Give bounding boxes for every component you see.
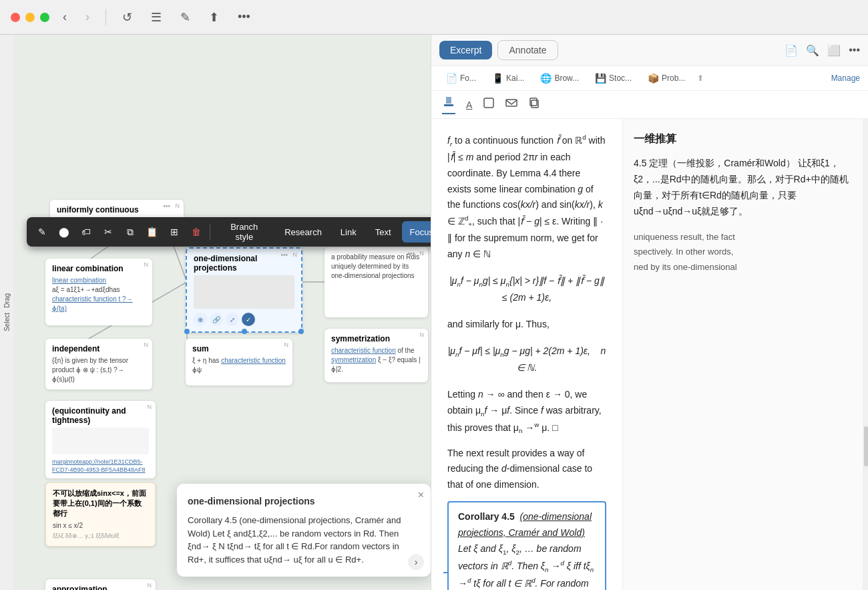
- equation-1: |μnf − μng| ≤ μn{|x| > r}‖f − f̄‖ + ‖f̄ …: [447, 273, 606, 306]
- node-title: approximation: [52, 585, 149, 590]
- sidebar-select[interactable]: Select: [3, 313, 11, 331]
- node-link-2[interactable]: characteristic function t ?→ ϕ(ta): [52, 295, 133, 312]
- mail-icon-btn[interactable]: [505, 97, 517, 112]
- more-button[interactable]: •••: [232, 7, 256, 27]
- branch-style-button[interactable]: Branch style: [214, 221, 274, 243]
- source-tab-brow-label: Brow...: [554, 73, 579, 83]
- more-icon-btn[interactable]: •••: [849, 44, 860, 56]
- left-sidebar: Drag Select: [0, 35, 13, 590]
- translation-content: 4.5 定理（一维投影，Cramér和Wold） 让ξ和ξ1，ξ2，...是Rd…: [634, 156, 852, 219]
- text-button[interactable]: Text: [367, 221, 399, 243]
- forward-button[interactable]: ›: [80, 7, 95, 27]
- cut-icon-btn[interactable]: ✂: [98, 221, 118, 243]
- node-corner: N: [420, 331, 425, 338]
- underline-icon-btn[interactable]: A: [466, 98, 472, 112]
- titlebar: ‹ › ↺ ☰ ✎ ⬆ •••: [0, 0, 868, 35]
- note-popup-expand[interactable]: ›: [408, 554, 424, 570]
- sidebar-drag[interactable]: Drag: [3, 293, 11, 308]
- source-tab-stoc[interactable]: 💾 Stoc...: [588, 70, 638, 86]
- reading-content[interactable]: fr to a continuous function f̄ on ℝd wit…: [431, 119, 622, 590]
- edit-button[interactable]: ✎: [175, 7, 196, 27]
- right-header: Excerpt Annotate 📄 🔍 ⬜ •••: [431, 35, 868, 66]
- delete-icon-btn[interactable]: 🗑: [186, 221, 206, 243]
- node-toolbar: ✎ ⬤ 🏷 ✂ ⧉ 📋 ⊞ 🗑 Branch style Research Li…: [27, 217, 431, 247]
- right-scrollbar[interactable]: [863, 119, 868, 590]
- resize-handle-bm[interactable]: [242, 329, 247, 334]
- share-button[interactable]: ⬆: [204, 7, 224, 27]
- source-tab-fo[interactable]: 📄 Fo...: [439, 70, 483, 86]
- rectangle-icon-btn[interactable]: [483, 97, 495, 112]
- node-one-dimensional[interactable]: N ••• one-dimensionalprojections ⊕ 🔗 ⤢ ✓: [186, 247, 302, 333]
- close-button[interactable]: [11, 13, 20, 22]
- tab-excerpt[interactable]: Excerpt: [439, 41, 492, 59]
- copy-icon-btn[interactable]: ⧉: [120, 221, 140, 243]
- separator: [105, 9, 106, 25]
- back-button[interactable]: ‹: [57, 7, 72, 27]
- node-action-add[interactable]: ⊕: [194, 313, 207, 326]
- research-button[interactable]: Research: [276, 221, 330, 243]
- list-button[interactable]: ☰: [146, 7, 167, 27]
- resize-handle-bl[interactable]: [184, 329, 190, 334]
- translation-panel[interactable]: 一维推算 4.5 定理（一维投影，Cramér和Wold） 让ξ和ξ1，ξ2，.…: [622, 119, 863, 590]
- paragraph-2: and similarly for μ. Thus,: [447, 317, 606, 333]
- document-icon-btn[interactable]: 📄: [785, 44, 798, 57]
- node-corner: N: [148, 582, 152, 589]
- minimize-button[interactable]: [25, 13, 35, 22]
- reload-button[interactable]: ↺: [117, 7, 138, 27]
- copy-format-icon-btn[interactable]: [528, 97, 540, 112]
- node-corner: N: [284, 341, 289, 348]
- node-sum[interactable]: N sum ξ + η has characteristic function …: [186, 339, 292, 386]
- node-text: characteristic function of the symmetriz…: [331, 346, 421, 374]
- focus-button[interactable]: Focus: [402, 221, 431, 243]
- sidebar-icon-btn[interactable]: ⬜: [827, 44, 841, 57]
- node-link[interactable]: linear combination: [52, 277, 106, 284]
- node-dots[interactable]: •••: [163, 202, 170, 210]
- style-icon-btn[interactable]: ⊞: [164, 221, 184, 243]
- node-title: sum: [192, 344, 286, 353]
- note-popup-close[interactable]: ×: [418, 489, 424, 501]
- source-tab-prob-label: Prob...: [662, 73, 685, 83]
- source-tab-kai[interactable]: 📱 Kai...: [485, 70, 531, 86]
- node-dots[interactable]: •••: [407, 250, 415, 257]
- node-action-confirm[interactable]: ✓: [242, 313, 255, 326]
- node-action-link[interactable]: 🔗: [210, 313, 223, 326]
- translation-more: uniqueness result, the factspectively. I…: [634, 230, 852, 274]
- color-icon-btn[interactable]: ⬤: [54, 221, 73, 243]
- manage-button[interactable]: Manage: [831, 73, 860, 83]
- content-area: fr to a continuous function f̄ on ℝd wit…: [431, 119, 868, 590]
- source-tab-kai-label: Kai...: [506, 73, 524, 83]
- node-title: (equicontinuity and tightness): [52, 406, 149, 425]
- scrollbar-thumb[interactable]: [864, 426, 868, 466]
- main-layout: N ••• uniformly continuous N ••• one-dim…: [0, 35, 868, 590]
- node-symmetrization[interactable]: N symmetrization characteristic function…: [324, 329, 428, 382]
- node-approximation[interactable]: N approximation: [45, 579, 156, 590]
- source-tab-brow[interactable]: 🌐 Brow...: [533, 70, 586, 86]
- note-popup: × one-dimensional projections Corollary …: [177, 484, 431, 577]
- node-action-expand[interactable]: ⤢: [226, 313, 239, 326]
- node-corner: N: [293, 251, 298, 258]
- source-tab-prob[interactable]: 📦 Prob...: [641, 70, 692, 86]
- node-prob-measure[interactable]: N ••• a probability measure on Rdis uniq…: [324, 247, 428, 317]
- paste-icon-btn[interactable]: 📋: [142, 221, 162, 243]
- paragraph-3: Letting n → ∞ and then ε → 0, we obtain …: [447, 387, 606, 437]
- node-link[interactable]: characteristic function: [331, 347, 396, 354]
- edit-icon-btn[interactable]: ✎: [32, 221, 51, 243]
- resize-handle-br[interactable]: [298, 329, 304, 334]
- maximize-button[interactable]: [40, 13, 49, 22]
- tab-annotate[interactable]: Annotate: [497, 40, 558, 60]
- highlight-icon-btn[interactable]: [442, 95, 455, 114]
- node-text-2: ξξλξ δδ⊕… y.;1 ξξδδ∂c∂ξ: [53, 532, 148, 541]
- node-equicontinuity[interactable]: N (equicontinuity and tightness) marginn…: [45, 401, 156, 478]
- node-sinx[interactable]: 不可以放缩成sinx<=x，前面要带上在(0,1)间的一个系数都行 sin x …: [45, 482, 156, 547]
- node-linear-combination[interactable]: N linear combination linear combination …: [45, 259, 152, 325]
- node-title: uniformly continuous: [57, 205, 177, 214]
- node-link[interactable]: characteristic function: [221, 357, 286, 364]
- node-independent[interactable]: N independent {ξn} is given by the tenso…: [45, 339, 152, 390]
- search-icon-btn[interactable]: 🔍: [806, 44, 819, 57]
- node-dots[interactable]: •••: [280, 251, 288, 259]
- marginnote-link[interactable]: marginnoteapp://note/1E31CDB5-FCD7-4B90-…: [52, 458, 146, 473]
- upload-icon: ⬆: [697, 73, 704, 83]
- tag-icon-btn[interactable]: 🏷: [76, 221, 95, 243]
- link-button[interactable]: Link: [333, 221, 365, 243]
- node-link-sym[interactable]: symmetrization: [331, 356, 376, 363]
